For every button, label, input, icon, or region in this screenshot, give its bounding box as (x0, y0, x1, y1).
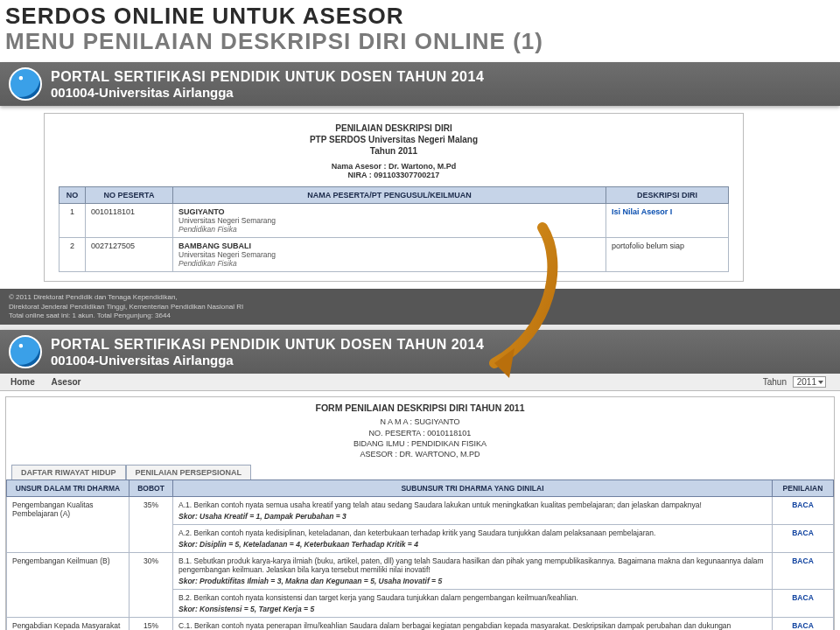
form-tabs: DAFTAR RIWAYAT HIDUP PENILAIAN PERSEPSIO… (11, 465, 834, 480)
cell-subunsur: C.1. Berikan contoh nyata penerapan ilmu… (173, 617, 773, 630)
cell-bobot: 30% (130, 552, 173, 617)
panel1-header-l2: PTP SERDOS Universitas Negeri Malang (59, 134, 729, 145)
cell-subunsur: A.2. Berikan contoh nyata kedisiplinan, … (173, 524, 773, 552)
panel1-header: PENILAIAN DESKRIPSI DIRI PTP SERDOS Univ… (59, 122, 729, 157)
nav-tahun-label: Tahun (763, 377, 787, 387)
slide-title-block: SERDOS ONLINE UNTUK ASESOR MENU PENILAIA… (0, 0, 840, 62)
assessment-form-panel: FORM PENILAIAN DESKRIPSI DIRI TAHUN 2011… (5, 396, 835, 630)
year-select[interactable]: 2011 (793, 376, 826, 388)
col-deskripsi: DESKRIPSI DIRI (606, 187, 729, 204)
col-bobot: BOBOT (130, 480, 173, 496)
baca-link[interactable]: BACA (792, 593, 814, 602)
col-subunsur: SUBUNSUR TRI DHARMA YANG DINILAI (173, 480, 773, 496)
baca-link[interactable]: BACA (792, 621, 814, 630)
portal-header-1: PORTAL SERTIFIKASI PENDIDIK UNTUK DOSEN … (0, 62, 840, 106)
tab-riwayat-hidup[interactable]: DAFTAR RIWAYAT HIDUP (11, 465, 126, 480)
cell-deskripsi: portofolio belum siap (606, 238, 729, 272)
table-row: Pengembangan Keilmuan (B)30%B.1. Sebutka… (7, 552, 834, 589)
col-nama: NAMA PESERTA/PT PENGUSUL/KEILMUAN (173, 187, 606, 204)
cell-no-peserta: 0010118101 (86, 204, 173, 238)
cell-deskripsi[interactable]: Isi Nilai Asesor I (606, 204, 729, 238)
cell-penilaian[interactable]: BACA (773, 552, 834, 589)
isi-nilai-link[interactable]: Isi Nilai Asesor I (612, 207, 672, 216)
panel1-header-l3: Tahun 2011 (59, 145, 729, 157)
baca-link[interactable]: BACA (792, 528, 814, 537)
portal-logo-icon (9, 67, 42, 101)
cell-penilaian[interactable]: BACA (773, 496, 834, 524)
footer-l3: Total online saat ini: 1 akun. Total Pen… (9, 312, 831, 320)
col-no: NO (60, 187, 86, 204)
footer-l1: © 2011 Direktorat Pendidik dan Tenaga Ke… (9, 293, 831, 302)
cell-no: 2 (60, 238, 86, 272)
portal-title: PORTAL SERTIFIKASI PENDIDIK UNTUK DOSEN … (51, 69, 484, 85)
portal-title: PORTAL SERTIFIKASI PENDIDIK UNTUK DOSEN … (51, 337, 484, 353)
table-row: 10010118101SUGIYANTOUniversitas Negeri S… (60, 204, 729, 238)
nav-asesor[interactable]: Asesor (52, 377, 81, 387)
cell-subunsur: B.2. Berikan contoh nyata konsistensi da… (173, 589, 773, 617)
meta-asesor-label: ASESOR : (360, 450, 398, 458)
nav-strip: Home Asesor Tahun 2011 (0, 374, 840, 391)
meta-bidang-label: BIDANG ILMU : (354, 439, 410, 448)
cell-unsur: Pengabdian Kepada Masyarakat (C) (7, 617, 130, 630)
cell-nama: BAMBANG SUBALIUniversitas Negeri Semaran… (173, 238, 606, 272)
portal-logo-icon (9, 335, 42, 368)
cell-nama: SUGIYANTOUniversitas Negeri SemarangPend… (173, 204, 606, 238)
meta-nama-label: N A M A : (380, 417, 412, 426)
meta-nop-label: NO. PESERTA : (369, 429, 425, 438)
table-row: Pengembangan Kualitas Pembelajaran (A)35… (7, 496, 834, 524)
slide-title-line1: SERDOS ONLINE UNTUK ASESOR (5, 4, 835, 29)
col-no-peserta: NO PESERTA (86, 187, 173, 204)
nama-asesor-label: Nama Asesor : (332, 162, 387, 171)
panel1-header-l1: PENILAIAN DESKRIPSI DIRI (59, 122, 729, 134)
table-row: Pengabdian Kepada Masyarakat (C)15%C.1. … (7, 617, 834, 630)
cell-penilaian[interactable]: BACA (773, 617, 834, 630)
cell-subunsur: B.1. Sebutkan produk karya-karya ilmiah … (173, 552, 773, 589)
form-title: FORM PENILAIAN DESKRIPSI DIRI TAHUN 2011 (6, 402, 834, 413)
meta-bidang: PENDIDIKAN FISIKA (411, 439, 486, 448)
kriteria-table: UNSUR DALAM TRI DHARMA BOBOT SUBUNSUR TR… (6, 480, 834, 630)
nav-home[interactable]: Home (10, 377, 35, 387)
footer-l2: Direktorat Jenderal Pendidikan Tinggi, K… (9, 303, 831, 312)
col-penilaian: PENILAIAN (773, 480, 834, 496)
nira-value: 091103307700217 (374, 171, 439, 179)
peserta-table: NO NO PESERTA NAMA PESERTA/PT PENGUSUL/K… (59, 186, 729, 272)
meta-nop: 0010118101 (427, 429, 471, 438)
panel1-footer: © 2011 Direktorat Pendidik dan Tenaga Ke… (0, 289, 840, 325)
cell-bobot: 35% (130, 496, 173, 552)
portal-subtitle: 001004-Universitas Airlangga (51, 85, 484, 100)
table-row: 20027127505BAMBANG SUBALIUniversitas Neg… (60, 238, 729, 272)
portal-header-2: PORTAL SERTIFIKASI PENDIDIK UNTUK DOSEN … (0, 330, 840, 374)
cell-unsur: Pengembangan Kualitas Pembelajaran (A) (7, 496, 130, 552)
cell-subunsur: A.1. Berikan contoh nyata semua usaha kr… (173, 496, 773, 524)
cell-no-peserta: 0027127505 (86, 238, 173, 272)
form-meta: N A M A : SUGIYANTO NO. PESERTA : 001011… (6, 416, 834, 459)
col-unsur: UNSUR DALAM TRI DHARMA (7, 480, 130, 496)
assessment-list-panel: PENILAIAN DESKRIPSI DIRI PTP SERDOS Univ… (44, 113, 744, 282)
cell-no: 1 (60, 204, 86, 238)
portal-subtitle: 001004-Universitas Airlangga (51, 353, 484, 368)
tab-persepsional[interactable]: PENILAIAN PERSEPSIONAL (126, 465, 252, 480)
nama-asesor-value: Dr. Wartono, M.Pd (388, 162, 456, 171)
cell-penilaian[interactable]: BACA (773, 524, 834, 552)
cell-bobot: 15% (130, 617, 173, 630)
baca-link[interactable]: BACA (792, 556, 814, 565)
meta-nama: SUGIYANTO (414, 417, 459, 426)
baca-link[interactable]: BACA (792, 500, 814, 509)
cell-unsur: Pengembangan Keilmuan (B) (7, 552, 130, 617)
meta-asesor: DR. WARTONO, M.PD (400, 450, 480, 458)
slide-title-line2: MENU PENILAIAN DESKRIPSI DIRI ONLINE (1) (5, 29, 835, 54)
panel1-meta: Nama Asesor : Dr. Wartono, M.Pd NIRA : 0… (59, 162, 729, 179)
cell-penilaian[interactable]: BACA (773, 589, 834, 617)
nira-label: NIRA : (348, 171, 372, 179)
